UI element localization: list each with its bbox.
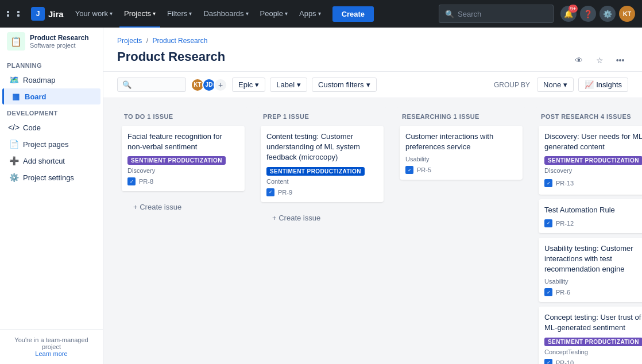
pages-icon: 📄 [9,140,18,149]
settings-button[interactable]: ⚙️ [600,6,616,22]
apps-menu[interactable]: Apps ▾ [295,0,326,28]
sidebar-item-board[interactable]: ▦ Board [2,88,100,104]
card-tag: SENTIMENT PRODUCTIZATION [544,156,642,165]
avatar[interactable]: KT [619,6,635,22]
col-header-prep: PREP 1 ISSUE [256,107,388,123]
card-title: Usability testing: Customer interactions… [544,243,642,275]
planning-section-label: PLANNING [0,57,103,71]
board-search[interactable]: 🔍 [117,78,186,92]
card-c3[interactable]: Customer interactions with preferences s… [400,126,523,180]
toolbar: 🔍 KT JD + Epic ▾ Label ▾ Custom filters … [103,72,642,98]
card-c2[interactable]: Content testing: Customer understanding … [261,126,384,202]
page-title: Product Research [117,49,225,64]
group-by-none[interactable]: None ▾ [537,78,574,92]
jira-logo[interactable]: J Jira [31,7,64,21]
chevron-down-icon: ▾ [563,80,567,89]
sidebar-item-code[interactable]: </> Code [2,119,100,135]
main-content: Projects / Product Research Product Rese… [103,28,642,364]
col-body-postresearch: Discovery: User needs for ML-generated c… [534,123,642,364]
card-title: Facial feature recognition for non-verba… [127,131,239,152]
development-section-label: DEVELOPMENT [0,105,103,119]
card-id: PR-13 [556,180,574,187]
notification-badge: 9+ [568,5,578,13]
your-work-menu[interactable]: Your work ▾ [71,0,117,28]
settings-icon: ⚙️ [9,173,18,182]
create-button[interactable]: Create [332,6,374,22]
card-label: Discovery [127,167,239,174]
column-researching: RESEARCHING 1 ISSUECustomer interactions… [395,107,527,364]
sidebar-item-project-pages[interactable]: 📄 Project pages [2,136,100,152]
task-icon [544,288,552,296]
chevron-down-icon: ▾ [110,10,113,17]
sidebar-item-project-settings[interactable]: ⚙️ Project settings [2,169,100,185]
col-header-todo: TO DO 1 ISSUE [117,107,249,123]
breadcrumb-project[interactable]: Product Research [152,37,207,45]
col-title: POST RESEARCH 4 ISSUES [541,113,631,120]
card-label: Usability [544,278,642,285]
col-header-researching: RESEARCHING 1 ISSUE [395,107,527,123]
search-icon: 🔍 [122,80,132,89]
breadcrumb-projects[interactable]: Projects [117,37,142,45]
card-title: Discovery: User needs for ML-generated c… [544,131,642,152]
code-icon: </> [9,123,18,132]
card-c4[interactable]: Discovery: User needs for ML-generated c… [539,126,642,195]
card-id: PR-6 [556,289,570,296]
more-button[interactable]: ••• [612,52,628,68]
watch-button[interactable]: 👁 [571,52,587,68]
col-header-postresearch: POST RESEARCH 4 ISSUES [534,107,642,123]
chevron-down-icon: ▾ [189,10,192,17]
add-icon: ➕ [9,156,18,165]
learn-more-link[interactable]: Learn more [35,350,67,357]
task-icon [544,359,552,365]
sidebar-item-roadmap[interactable]: 🗺️ Roadmap [2,72,100,88]
task-icon [405,166,413,174]
card-id: PR-9 [278,189,292,196]
roadmap-icon: 🗺️ [9,75,18,84]
task-icon [127,177,136,185]
projects-menu[interactable]: Projects ▾ [119,0,160,28]
chevron-down-icon: ▾ [246,10,249,17]
search-icon: 🔍 [445,10,454,18]
top-nav: J Jira Your work ▾ Projects ▾ Filters ▾ … [0,0,642,28]
col-title: TO DO 1 ISSUE [124,113,173,120]
breadcrumb: Projects / Product Research [117,37,628,45]
label-filter[interactable]: Label ▾ [270,78,307,92]
board-search-input[interactable] [135,80,181,89]
card-label: Content [266,178,378,185]
epic-filter[interactable]: Epic ▾ [232,78,265,92]
card-c5[interactable]: Test Automation Rule PR-12 [539,199,642,233]
custom-filters[interactable]: Custom filters ▾ [312,78,376,92]
dashboards-menu[interactable]: Dashboards ▾ [199,0,253,28]
project-type: Software project [30,42,89,49]
sidebar: 📋 Product Research Software project PLAN… [0,28,103,364]
card-c1[interactable]: Facial feature recognition for non-verba… [122,126,245,191]
create-issue-button[interactable]: + Create issue [126,198,240,216]
help-button[interactable]: ❓ [580,6,596,22]
card-title: Concept testing: User trust of ML-genera… [544,312,642,333]
people-menu[interactable]: People ▾ [256,0,292,28]
chevron-down-icon: ▾ [285,10,288,17]
star-button[interactable]: ☆ [591,52,608,68]
search-bar[interactable]: 🔍 Search [439,5,554,23]
card-c7[interactable]: Concept testing: User trust of ML-genera… [539,307,642,364]
project-name: Product Research [30,34,89,42]
card-title: Content testing: Customer understanding … [266,131,378,163]
insights-button[interactable]: 📈 Insights [578,78,628,92]
column-prep: PREP 1 ISSUEContent testing: Customer un… [256,107,388,364]
group-by-label: GROUP BY [494,81,530,89]
add-member-button[interactable]: + [214,78,227,92]
notifications-button[interactable]: 🔔 9+ [560,6,577,22]
col-title: RESEARCHING 1 ISSUE [402,113,479,120]
column-postresearch: POST RESEARCH 4 ISSUESDiscovery: User ne… [534,107,642,364]
sidebar-project-info: 📋 Product Research Software project [0,28,103,57]
task-icon [544,179,552,187]
chevron-down-icon: ▾ [318,10,321,17]
filters-menu[interactable]: Filters ▾ [163,0,196,28]
sidebar-item-add-shortcut[interactable]: ➕ Add shortcut [2,153,100,169]
column-todo: TO DO 1 ISSUEFacial feature recognition … [117,107,249,364]
avatar-stack: KT JD + [193,78,227,92]
card-c6[interactable]: Usability testing: Customer interactions… [539,238,642,303]
grid-icon[interactable] [7,11,26,17]
create-issue-button[interactable]: + Create issue [265,209,379,227]
project-icon: 📋 [7,32,25,51]
